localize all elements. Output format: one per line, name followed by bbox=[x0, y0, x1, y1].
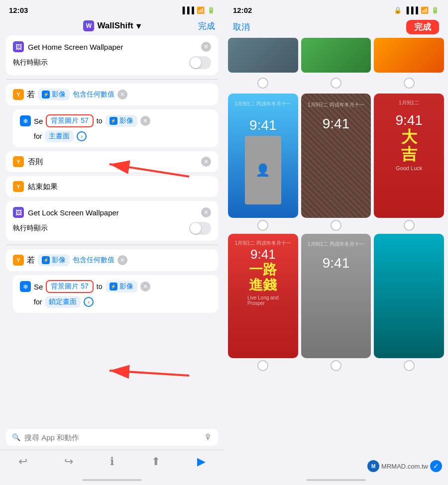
watermark-logo: M bbox=[367, 460, 379, 472]
redo-button[interactable]: ↪ bbox=[64, 455, 73, 468]
set-label: Se bbox=[34, 117, 43, 125]
photo-thumb-teal[interactable] bbox=[374, 234, 444, 358]
toggle-label-lock: 執行時顯示 bbox=[13, 224, 48, 233]
to-chip-home[interactable]: ⚡ 影像 bbox=[106, 115, 137, 127]
status-icons-left: ▐▐▐ 📶 🔋 bbox=[180, 6, 215, 14]
set-lock-label: Se bbox=[34, 283, 43, 291]
radio-gray[interactable] bbox=[331, 360, 341, 371]
status-bar-right: 12:02 🔒 ▐▐▐ 📶 🔋 bbox=[224, 0, 448, 17]
nav-chevron[interactable]: ▾ bbox=[136, 21, 141, 31]
photo-item-gray: 1月9日二 丙戌年冬月十一 9:41 bbox=[301, 234, 371, 371]
set-wallpaper-home-card: ❄ Se 背景圖片 57 to ⚡ 影像 ✕ for 主畫面 › bbox=[13, 109, 218, 147]
photo-thumb-gray[interactable]: 1月9日二 丙戌年冬月十一 9:41 bbox=[301, 234, 371, 358]
image-chip-1[interactable]: ⚡ 影像 bbox=[38, 89, 70, 100]
nav-done-button-left[interactable]: 完成 bbox=[198, 20, 215, 32]
partial-photos-row bbox=[224, 38, 448, 73]
radio-lv[interactable] bbox=[331, 220, 341, 231]
else-label: 否則 bbox=[28, 157, 43, 167]
toggle-label-home: 執行時顯示 bbox=[13, 58, 48, 67]
info-button[interactable]: ℹ bbox=[110, 455, 114, 468]
close-if-1[interactable]: ✕ bbox=[117, 90, 127, 99]
radio-3[interactable] bbox=[404, 78, 415, 89]
divider-2 bbox=[6, 245, 218, 245]
get-lock-wallpaper-card: 🖼 Get Lock Screen Wallpaper ✕ 執行時顯示 bbox=[6, 201, 218, 241]
for-chip-lock[interactable]: 鎖定畫面 bbox=[45, 296, 81, 308]
radio-red[interactable] bbox=[404, 220, 415, 231]
home-indicator-left bbox=[82, 479, 142, 481]
search-bar: 🔍 🎙 bbox=[6, 429, 218, 446]
mic-icon[interactable]: 🎙 bbox=[204, 433, 212, 442]
endif-card: Y 結束如果 bbox=[6, 176, 218, 197]
nav-title: W WallShift ▾ bbox=[83, 20, 140, 31]
wallshift-icon: W bbox=[83, 20, 94, 31]
photos-grid: 1月9日二 丙戌年冬月十一 9:41 👤 1月9日二 丙戌年冬月十一 9:41 bbox=[224, 76, 448, 458]
partial-thumb-1 bbox=[228, 38, 298, 73]
left-panel: 12:03 ▐▐▐ 📶 🔋 W WallShift ▾ 完成 🖼 Get Hom… bbox=[0, 0, 224, 485]
lock-card-header: 🖼 Get Lock Screen Wallpaper ✕ bbox=[13, 207, 211, 218]
image-chip-text-1: 影像 bbox=[52, 90, 66, 99]
image-chip-text-2: 影像 bbox=[52, 256, 66, 265]
set-row: ❄ Se 背景圖片 57 to ⚡ 影像 ✕ bbox=[20, 114, 211, 127]
radio-2[interactable] bbox=[331, 78, 341, 89]
share-button[interactable]: ⬆ bbox=[151, 455, 160, 468]
endif-label: 結束如果 bbox=[28, 182, 58, 192]
photo-thumb-red[interactable]: 1月9日二 9:41 大吉 Good Luck bbox=[374, 94, 444, 218]
close-set-home[interactable]: ✕ bbox=[140, 116, 150, 126]
close-else[interactable]: ✕ bbox=[201, 157, 211, 167]
image-chip-icon-2: ⚡ bbox=[42, 256, 50, 264]
to-label-home: to bbox=[97, 117, 103, 125]
for-chip-home[interactable]: 主畫面 bbox=[45, 130, 74, 142]
watermark-text: MRMAD.com.tw bbox=[381, 463, 428, 470]
radio-row-top bbox=[228, 78, 444, 91]
close-home-wallpaper[interactable]: ✕ bbox=[201, 42, 211, 52]
get-home-wallpaper-card: 🖼 Get Home Screen Wallpaper ✕ 執行時顯示 bbox=[6, 35, 218, 75]
signal-icon-right: ▐▐▐ bbox=[404, 6, 418, 14]
close-lock-wallpaper[interactable]: ✕ bbox=[201, 207, 211, 217]
toggle-row-lock: 執行時顯示 bbox=[13, 218, 211, 235]
circle-arrow-lock[interactable]: › bbox=[84, 297, 94, 307]
undo-button[interactable]: ↩ bbox=[18, 455, 27, 468]
highlight-box-lock[interactable]: 背景圖片 57 bbox=[46, 280, 93, 293]
else-icon: Y bbox=[13, 156, 24, 167]
photo-thumb-lv[interactable]: 1月9日二 丙戌年冬月十一 9:41 bbox=[301, 94, 371, 218]
cancel-button[interactable]: 取消 bbox=[233, 21, 250, 33]
photo-item-red2: 1月9日二 丙戌年冬月十一 9:41 一路進錢 Live Long andPro… bbox=[228, 234, 298, 371]
toggle-home[interactable] bbox=[189, 56, 211, 69]
radio-1[interactable] bbox=[257, 78, 268, 89]
card-header: 🖼 Get Home Screen Wallpaper ✕ bbox=[13, 41, 211, 52]
image-chip-2[interactable]: ⚡ 影像 bbox=[38, 254, 70, 266]
home-indicator-right bbox=[306, 479, 366, 481]
circle-arrow-home[interactable]: › bbox=[77, 131, 87, 141]
search-input[interactable] bbox=[24, 433, 200, 442]
for-row-lock: for 鎖定畫面 › bbox=[20, 296, 211, 308]
signal-icon: ▐▐▐ bbox=[180, 6, 194, 14]
for-row-home: for 主畫面 › bbox=[20, 130, 211, 142]
nav-title-text: WallShift bbox=[97, 21, 133, 31]
if-card-2: Y 若 ⚡ 影像 包含任何數值 ✕ bbox=[6, 249, 218, 271]
scroll-content: 🖼 Get Home Screen Wallpaper ✕ 執行時顯示 Y 若 … bbox=[0, 35, 224, 427]
photo-thumb-blue[interactable]: 1月9日二 丙戌年冬月十一 9:41 👤 bbox=[228, 94, 298, 218]
watermark-checkmark: ✓ bbox=[430, 460, 442, 472]
image-chip-icon-1: ⚡ bbox=[42, 91, 50, 98]
close-if-2[interactable]: ✕ bbox=[117, 255, 127, 265]
close-set-lock[interactable]: ✕ bbox=[140, 282, 150, 291]
home-wallpaper-icon: 🖼 bbox=[13, 41, 24, 52]
done-button-right[interactable]: 完成 bbox=[407, 20, 438, 34]
to-chip-lock[interactable]: ⚡ 影像 bbox=[106, 281, 137, 292]
radio-red2[interactable] bbox=[257, 360, 268, 371]
radio-teal[interactable] bbox=[404, 360, 415, 371]
if-row-2: Y 若 ⚡ 影像 包含任何數值 ✕ bbox=[13, 254, 211, 266]
if-card-1: Y 若 ⚡ 影像 包含任何數值 ✕ bbox=[6, 84, 218, 105]
nav-bar-right: 取消 完成 bbox=[224, 17, 448, 38]
play-button[interactable]: ▶ bbox=[197, 455, 206, 468]
set-lock-icon: ❄ bbox=[20, 281, 31, 292]
photo-thumb-red2[interactable]: 1月9日二 丙戌年冬月十一 9:41 一路進錢 Live Long andPro… bbox=[228, 234, 298, 358]
home-wallpaper-title: Get Home Screen Wallpaper bbox=[28, 43, 197, 51]
if-text-2: 若 bbox=[27, 255, 35, 266]
toggle-lock[interactable] bbox=[189, 222, 211, 235]
contains-text-1: 包含任何數值 bbox=[73, 90, 114, 99]
highlight-box-home[interactable]: 背景圖片 57 bbox=[46, 114, 93, 127]
if-text-1: 若 bbox=[27, 90, 35, 100]
radio-blue[interactable] bbox=[257, 220, 268, 231]
status-icons-right: 🔒 ▐▐▐ 📶 🔋 bbox=[394, 6, 439, 14]
